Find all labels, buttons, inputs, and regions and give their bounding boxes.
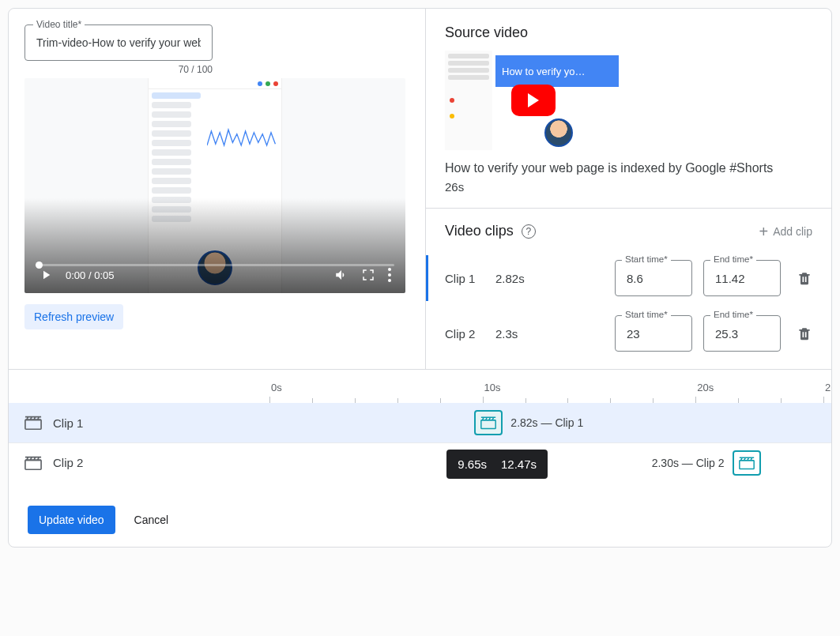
youtube-play-icon[interactable] (511, 85, 556, 116)
add-clip-button[interactable]: + Add clip (759, 224, 813, 239)
video-preview[interactable]: 0:00 / 0:05 (24, 78, 405, 293)
clip2-start-input[interactable] (625, 326, 682, 341)
clapper-icon (24, 455, 42, 471)
thumb-title: How to verify yo… (495, 55, 619, 87)
clapper-icon (24, 415, 42, 431)
ruler-label: 10s (484, 382, 501, 393)
fullscreen-icon[interactable] (361, 268, 375, 282)
svg-rect-3 (739, 461, 753, 469)
clip2-end-field[interactable]: End time* (703, 315, 781, 352)
delete-clip1-button[interactable] (797, 269, 812, 287)
timeline-block-clip2[interactable]: 2.30s — Clip 2 (652, 450, 761, 476)
ruler-label: 20s (697, 382, 714, 393)
cancel-button[interactable]: Cancel (130, 513, 174, 527)
thumb-avatar (544, 119, 573, 147)
player-time: 0:00 / 0:05 (66, 269, 114, 281)
more-icon[interactable] (388, 268, 391, 282)
play-icon[interactable] (39, 268, 53, 282)
timeline-row-clip1[interactable]: Clip 1 2.82s — Clip 1 (9, 403, 831, 442)
help-icon[interactable]: ? (522, 224, 536, 239)
source-video-heading: Source video (445, 24, 812, 41)
clip-name: Clip 2 (445, 327, 484, 341)
left-pane: Video title* 70 / 100 (9, 9, 426, 369)
ruler-label: 26s (825, 382, 832, 393)
timeline-row-label: Clip 2 (53, 456, 83, 469)
clip2-start-field[interactable]: Start time* (615, 315, 692, 352)
timeline-block-clip1[interactable]: 2.82s — Clip 1 (474, 409, 583, 436)
svg-rect-0 (25, 420, 41, 430)
video-title-input[interactable] (35, 36, 202, 50)
clip-row-1: Clip 1 2.82s Start time* End time* (445, 250, 812, 306)
source-video-duration: 26s (445, 180, 812, 194)
video-clips-heading: Video clips (445, 223, 514, 239)
update-video-button[interactable]: Update video (28, 506, 115, 534)
delete-clip2-button[interactable] (797, 325, 812, 342)
clip-row-2: Clip 2 2.3s Start time* End time* (445, 306, 812, 361)
clip-name: Clip 1 (445, 272, 484, 285)
source-video-thumbnail[interactable]: How to verify yo… (445, 51, 622, 150)
video-title-label: Video title* (33, 19, 85, 30)
volume-icon[interactable] (334, 268, 348, 282)
svg-rect-2 (25, 460, 41, 469)
refresh-preview-button[interactable]: Refresh preview (24, 304, 123, 329)
clip1-start-field[interactable]: Start time* (615, 260, 692, 296)
video-title-field[interactable]: Video title* (24, 24, 213, 61)
timeline-row-clip2[interactable]: Clip 2 9.65s 12.47s 2.30s — Clip 2 (9, 442, 831, 482)
ruler-label: 0s (271, 382, 282, 393)
timeline: 0s10s20s26s Clip 1 2.82s — Clip 1 (9, 369, 831, 493)
clip2-end-input[interactable] (714, 326, 770, 341)
clip1-end-field[interactable]: End time* (703, 260, 781, 296)
clip1-start-input[interactable] (625, 271, 682, 286)
right-pane: Source video How to verify yo… How to ve… (426, 9, 831, 369)
timeline-ruler: 0s10s20s26s (269, 381, 823, 403)
timeline-tooltip: 9.65s 12.47s (446, 450, 548, 479)
clip-duration: 2.3s (495, 327, 535, 341)
footer: Update video Cancel (9, 493, 831, 547)
svg-rect-1 (481, 420, 495, 429)
timeline-row-label: Clip 1 (53, 416, 83, 430)
editor-card: Video title* 70 / 100 (8, 8, 832, 548)
clip1-end-input[interactable] (714, 271, 770, 286)
clip2-handle-icon[interactable] (733, 450, 761, 476)
source-video-title: How to verify your web page is indexed b… (445, 160, 812, 177)
char-count: 70 / 100 (24, 64, 213, 75)
plus-icon: + (759, 224, 769, 239)
clip1-handle-icon[interactable] (474, 410, 503, 435)
clip-duration: 2.82s (495, 272, 535, 285)
